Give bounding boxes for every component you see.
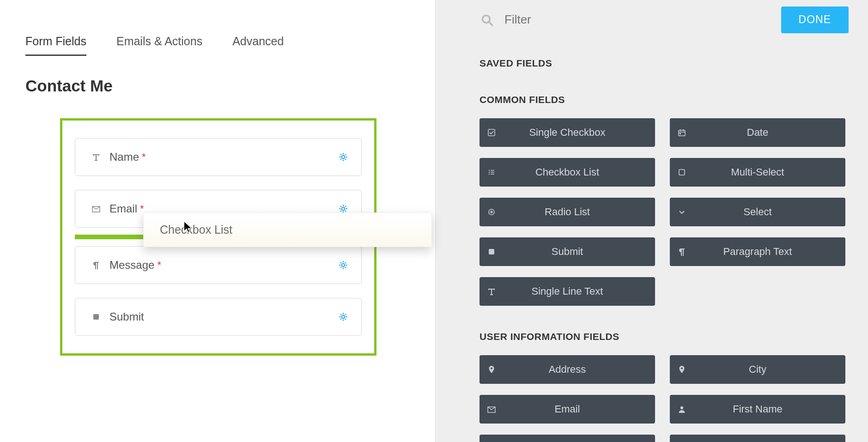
palette-last-name[interactable]: Last Name — [670, 435, 845, 442]
builder-tabs: Form Fields Emails & Actions Advanced — [25, 35, 435, 56]
envelope-icon — [88, 204, 104, 213]
square-icon — [480, 247, 504, 256]
palette-state[interactable]: State — [480, 435, 655, 442]
pin-icon — [480, 365, 504, 374]
palette-checkbox-list[interactable]: Checkbox List — [480, 158, 655, 187]
list-icon — [480, 168, 504, 177]
saved-fields-heading: SAVED FIELDS — [480, 58, 849, 69]
filter-input[interactable] — [504, 12, 643, 27]
palette-item-label: Paragraph Text — [694, 246, 845, 258]
user-fields-grid: Address City Email First Name State Last… — [480, 355, 849, 442]
drop-indicator — [75, 235, 146, 239]
palette-item-label: Single Checkbox — [504, 127, 655, 139]
form-builder-panel: Form Fields Emails & Actions Advanced Co… — [0, 0, 436, 442]
palette-item-label: Address — [504, 363, 655, 375]
form-title: Contact Me — [25, 77, 435, 95]
palette-item-label: City — [694, 363, 845, 375]
palette-item-label: Select — [694, 206, 845, 218]
palette-single-checkbox[interactable]: Single Checkbox — [480, 118, 655, 147]
square-outline-icon — [670, 168, 694, 177]
field-label: Email — [109, 202, 137, 215]
palette-item-label: Date — [694, 127, 845, 139]
palette-top-bar: DONE — [480, 0, 849, 37]
field-settings-button[interactable] — [338, 152, 348, 162]
palette-city[interactable]: City — [670, 355, 845, 384]
user-info-fields-heading: USER INFORMATION FIELDS — [480, 331, 849, 342]
palette-multi-select[interactable]: Multi-Select — [670, 158, 845, 187]
palette-item-label: Multi-Select — [694, 166, 845, 178]
palette-address[interactable]: Address — [480, 355, 655, 384]
field-label: Submit — [109, 310, 144, 323]
required-indicator: * — [142, 151, 146, 163]
user-icon — [670, 405, 694, 414]
field-submit[interactable]: Submit — [75, 298, 362, 336]
field-palette-panel: DONE SAVED FIELDS COMMON FIELDS Single C… — [436, 0, 868, 442]
palette-item-label: Checkbox List — [504, 166, 655, 178]
palette-item-label: Radio List — [504, 206, 655, 218]
palette-submit[interactable]: Submit — [480, 237, 655, 266]
envelope-icon — [480, 405, 504, 414]
paragraph-icon — [670, 247, 694, 256]
field-label: Name — [109, 151, 139, 163]
paragraph-icon — [88, 260, 104, 270]
field-settings-button[interactable] — [338, 312, 348, 322]
field-label: Message — [109, 259, 154, 272]
text-icon — [88, 152, 104, 162]
palette-email[interactable]: Email — [480, 395, 655, 424]
required-indicator: * — [157, 259, 161, 271]
palette-date[interactable]: Date — [670, 118, 845, 147]
text-icon — [480, 287, 504, 296]
search-icon — [480, 12, 494, 27]
cursor-icon — [182, 220, 194, 233]
field-name[interactable]: Name * — [75, 138, 362, 176]
palette-first-name[interactable]: First Name — [670, 395, 845, 424]
palette-item-label: Email — [504, 403, 655, 415]
pin-icon — [670, 365, 694, 374]
field-message[interactable]: Message * — [75, 246, 362, 284]
chevron-down-icon — [670, 207, 694, 217]
palette-paragraph-text[interactable]: Paragraph Text — [670, 237, 845, 266]
check-square-icon — [480, 128, 504, 137]
tab-form-fields[interactable]: Form Fields — [25, 35, 86, 56]
square-icon — [88, 312, 104, 321]
common-fields-grid: Single Checkbox Date Checkbox List Multi… — [480, 118, 849, 306]
dragging-field-label: Checkbox List — [160, 223, 232, 236]
calendar-icon — [670, 128, 694, 137]
field-settings-button[interactable] — [338, 260, 348, 270]
palette-select[interactable]: Select — [670, 198, 845, 226]
palette-item-label: Single Line Text — [504, 285, 655, 297]
radio-icon — [480, 207, 504, 217]
palette-single-line-text[interactable]: Single Line Text — [480, 277, 655, 306]
palette-item-label: First Name — [694, 403, 845, 415]
done-button[interactable]: DONE — [781, 6, 849, 33]
common-fields-heading: COMMON FIELDS — [480, 94, 849, 105]
palette-item-label: Submit — [504, 246, 655, 258]
palette-radio-list[interactable]: Radio List — [480, 198, 655, 226]
tab-advanced[interactable]: Advanced — [232, 35, 284, 56]
tab-emails-actions[interactable]: Emails & Actions — [116, 35, 202, 56]
